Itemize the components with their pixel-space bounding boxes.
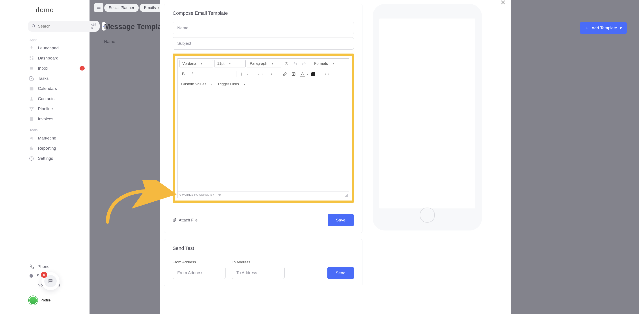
formats-select[interactable]: Formats▾	[312, 60, 336, 67]
search-input[interactable]	[38, 24, 89, 29]
font-size-select[interactable]: 11pt▾	[214, 60, 246, 67]
dashboard-icon	[29, 55, 34, 61]
avatar	[29, 296, 38, 305]
svg-rect-10	[50, 280, 52, 281]
bottom-profile[interactable]: Profile	[29, 296, 50, 305]
sidebar-item-label: Reporting	[38, 146, 56, 151]
compose-title: Compose Email Template	[173, 10, 354, 16]
sidebar-item-label: Tasks	[38, 76, 49, 81]
sidebar-item-label: Invoices	[38, 117, 53, 121]
sidebar-item-calendars[interactable]: Calendars	[24, 83, 90, 94]
menu-button[interactable]	[94, 3, 104, 12]
resize-handle[interactable]	[345, 194, 348, 197]
send-button[interactable]: Send	[328, 267, 354, 279]
align-center-button[interactable]	[209, 70, 217, 78]
sidebar-item-settings[interactable]: Settings	[24, 153, 90, 164]
svg-rect-11	[50, 281, 51, 281]
gear-icon	[29, 156, 34, 161]
search-input-wrap[interactable]: ctrl K	[28, 21, 100, 32]
numbered-list-button[interactable]: ▾	[250, 70, 259, 78]
svg-rect-3	[32, 56, 33, 57]
outdent-button[interactable]	[260, 70, 268, 78]
notification-bubble[interactable]: 5	[42, 272, 60, 290]
sidebar-item-tasks[interactable]: Tasks	[24, 73, 90, 83]
italic-button[interactable]: I	[188, 70, 196, 78]
sidebar-item-launchpad[interactable]: Launchpad	[24, 43, 90, 53]
sidebar-item-inbox[interactable]: Inbox 1	[24, 63, 90, 73]
image-button[interactable]	[290, 70, 298, 78]
align-right-button[interactable]	[218, 70, 226, 78]
modal: ✕ Compose Email Template	[160, 0, 510, 314]
paperclip-icon	[173, 218, 176, 222]
sidebar-item-contacts[interactable]: Contacts	[24, 94, 90, 104]
svg-line-1	[34, 27, 35, 28]
sidebar-item-label: Pipeline	[38, 106, 53, 111]
sidebar-item-label: Launchpad	[38, 46, 59, 50]
sidebar-item-dashboard[interactable]: Dashboard	[24, 53, 90, 63]
undo-button[interactable]	[292, 60, 299, 67]
link-button[interactable]	[281, 70, 288, 78]
template-subject-input[interactable]	[173, 37, 354, 49]
bold-button[interactable]: B	[180, 70, 187, 78]
sidebar-item-reporting[interactable]: Reporting	[24, 143, 90, 153]
sidebar-item-label: Calendars	[38, 86, 57, 91]
trigger-links-select[interactable]: Trigger Links▾	[216, 81, 247, 88]
logo-text: demo	[36, 6, 90, 14]
code-button[interactable]	[323, 70, 331, 78]
clear-formatting-button[interactable]	[283, 60, 290, 67]
inbox-badge: 1	[80, 66, 85, 70]
svg-point-43	[293, 73, 293, 74]
custom-values-select[interactable]: Custom Values▾	[180, 81, 214, 88]
plus-icon: ＋	[585, 25, 589, 31]
svg-point-0	[32, 24, 34, 27]
send-test-title: Send Test	[173, 246, 354, 251]
add-template-button[interactable]: ＋ Add Template ▾	[580, 22, 627, 34]
font-family-select[interactable]: Verdana▾	[180, 60, 213, 67]
align-justify-button[interactable]	[227, 70, 234, 78]
contacts-icon	[29, 96, 34, 102]
svg-point-27	[242, 73, 242, 73]
sidebar-item-label: Inbox	[38, 66, 48, 71]
editor-content-area[interactable]	[178, 89, 349, 192]
dot-icon	[30, 274, 33, 278]
phone-preview	[372, 4, 482, 231]
bottom-phone[interactable]: Phone	[29, 262, 85, 271]
from-address-input[interactable]	[173, 267, 226, 279]
sidebar-item-label: Marketing	[38, 136, 56, 141]
indent-button[interactable]	[269, 70, 276, 78]
template-name-input[interactable]	[173, 22, 354, 34]
save-button[interactable]: Save	[328, 214, 354, 226]
chevron-down-icon: ▾	[158, 6, 159, 9]
topnav-social-planner[interactable]: Social Planner	[104, 4, 139, 12]
bg-color-button[interactable]: A▾	[309, 70, 318, 78]
sidebar-section-tools: Tools	[24, 127, 90, 133]
svg-point-7	[31, 97, 32, 99]
to-address-label: To Address	[232, 260, 285, 265]
attach-file-button[interactable]: Attach File	[173, 218, 198, 223]
send-test-card: Send Test From Address To Address Send	[164, 239, 362, 286]
sidebar-item-pipeline[interactable]: Pipeline	[24, 104, 90, 114]
sidebar-item-label: Contacts	[38, 96, 54, 101]
sidebar-item-invoices[interactable]: Invoices	[24, 114, 90, 124]
invoices-icon	[29, 116, 34, 122]
calendar-icon	[29, 86, 34, 91]
svg-point-28	[242, 74, 242, 74]
chart-icon	[29, 145, 34, 151]
svg-rect-8	[30, 117, 33, 121]
svg-rect-6	[30, 87, 34, 91]
align-left-button[interactable]	[200, 70, 208, 78]
sidebar-section-apps: Apps	[24, 36, 90, 43]
redo-button[interactable]	[300, 60, 308, 67]
block-format-select[interactable]: Paragraph▾	[247, 60, 281, 67]
close-button[interactable]: ✕	[500, 0, 506, 6]
to-address-input[interactable]	[232, 267, 285, 279]
editor-footer: 0 WORDS POWERED BY TINY	[178, 192, 349, 198]
sidebar-item-marketing[interactable]: Marketing	[24, 133, 90, 143]
bullet-list-button[interactable]: ▾	[239, 70, 248, 78]
bottom-label: Profile	[40, 298, 50, 302]
sidebar-item-label: Settings	[38, 156, 53, 161]
svg-point-9	[31, 158, 32, 159]
text-color-button[interactable]: A▾	[299, 70, 308, 78]
bottom-label: Phone	[38, 264, 50, 269]
table-header-name: Name	[104, 39, 115, 44]
